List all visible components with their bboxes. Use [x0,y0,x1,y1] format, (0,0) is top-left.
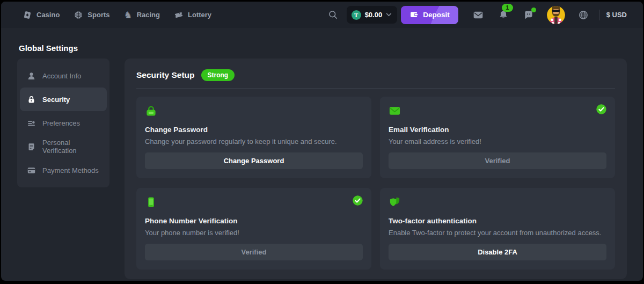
balance-selector[interactable]: T $0.00 [347,6,398,24]
panel-title: Security Setup [136,70,195,80]
security-strength-badge: Strong [201,69,235,81]
top-navbar: Casino Sports ♞ Racing Lottery [1,2,643,28]
language-globe-icon[interactable] [578,10,589,20]
document-icon [27,142,36,151]
deposit-button-label: Deposit [423,11,450,19]
sidebar-item-personal-verification[interactable]: Personal Verification [20,135,107,158]
credit-card-icon [27,166,36,175]
lottery-icon [174,10,184,20]
nav-link-sports[interactable]: Sports [74,10,109,20]
card-description: Your email address is verified! [389,137,606,145]
disable-2fa-button[interactable]: Disable 2FA [389,244,606,260]
card-description: Your phone number is verified! [145,229,363,237]
navbar-right: T $0.00 Deposit 1 [328,6,627,24]
card-title: Two-factor authentication [389,217,606,225]
card-description: Enable Two-factor to protect your accoun… [389,229,606,237]
verified-check-icon [352,195,363,206]
nav-link-label: Sports [87,11,109,19]
page-title: Global Settings [19,43,78,53]
lock-icon [27,95,36,104]
card-title: Change Password [145,126,363,134]
settings-sidebar: Account Info Security Preferences Person… [17,59,109,187]
user-icon [27,71,36,81]
preferences-icon [27,119,36,128]
sidebar-item-label: Personal Verification [42,139,100,155]
sidebar-item-payment-methods[interactable]: Payment Methods [20,158,107,182]
nav-link-label: Casino [36,11,60,19]
verified-check-icon [596,104,607,115]
primary-nav: Casino Sports ♞ Racing Lottery [23,10,211,20]
user-avatar[interactable] [547,6,565,24]
notifications-bell-icon[interactable]: 1 [498,10,509,20]
phone-verified-button: Verified [145,244,363,260]
chevron-down-icon [386,13,392,17]
card-title: Email Verification [389,126,606,134]
currency-selector[interactable]: $ USD [606,11,627,19]
security-setup-panel: Security Setup Strong Change Password Ch… [125,59,627,279]
racing-icon: ♞ [124,10,133,20]
notification-badge: 1 [502,4,513,12]
panel-header: Security Setup Strong [136,69,615,82]
card-title: Phone Number Verification [145,217,363,225]
chat-icon[interactable] [523,10,534,20]
mail-icon[interactable] [473,10,484,20]
shields-icon [389,196,401,208]
nav-link-casino[interactable]: Casino [23,10,60,20]
sports-icon [74,10,83,20]
change-password-card: Change Password Change your password reg… [136,97,371,178]
sidebar-item-preferences[interactable]: Preferences [20,111,107,135]
deposit-button[interactable]: Deposit [401,6,458,24]
navbar-divider [599,10,599,20]
sidebar-item-label: Preferences [42,119,80,127]
envelope-icon [389,105,401,117]
balance-amount: $0.00 [365,11,383,19]
nav-link-label: Lottery [188,11,211,19]
nav-link-racing[interactable]: ♞ Racing [124,10,160,20]
tether-coin-icon: T [352,10,361,20]
sidebar-item-security[interactable]: Security [20,88,107,111]
phone-icon [145,196,157,208]
wallet-icon [409,10,419,19]
email-verification-card: Email Verification Your email address is… [380,97,615,178]
padlock-icon [145,105,157,117]
nav-link-lottery[interactable]: Lottery [174,10,211,20]
change-password-button[interactable]: Change Password [145,152,363,169]
security-cards-grid: Change Password Change your password reg… [136,97,615,270]
search-icon[interactable] [328,10,338,20]
sidebar-item-label: Account Info [42,72,81,80]
casino-icon [23,10,32,20]
two-factor-card: Two-factor authentication Enable Two-fac… [380,188,615,270]
sidebar-item-label: Security [42,96,70,104]
sidebar-item-label: Payment Methods [42,166,99,174]
sidebar-item-account-info[interactable]: Account Info [20,64,107,88]
panel-divider [136,88,615,89]
nav-link-label: Racing [137,11,160,19]
app-window: Casino Sports ♞ Racing Lottery [1,2,643,281]
phone-verification-card: Phone Number Verification Your phone num… [136,188,371,270]
email-verified-button: Verified [389,152,606,169]
online-status-dot [531,8,536,12]
card-description: Change your password regularly to keep i… [145,137,363,145]
